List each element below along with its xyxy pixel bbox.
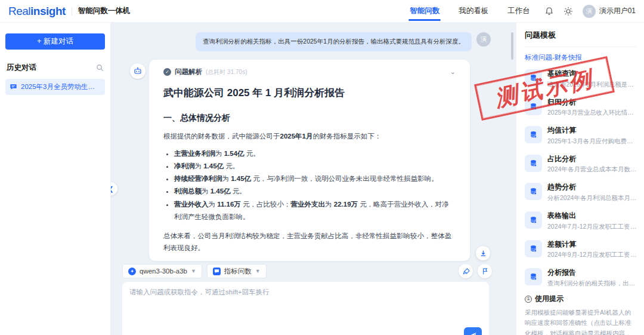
search-icon[interactable]	[96, 64, 104, 72]
mode-icon	[213, 268, 221, 275]
download-report-button[interactable]	[476, 246, 490, 260]
model-selector[interactable]: ✦ qwen3-30b-a3b ▼	[122, 264, 202, 278]
usage-tips-text: 采用模板提问能够显著提升AI机器人的响应速度和回答准确性（点击以上标准化模板，对…	[525, 308, 637, 335]
report-intro: 根据提供的财务数据，武中能源公司于2025年1月的财务指标显示如下：	[163, 131, 456, 143]
report-bullet: 利润总额为 1.45亿 元。	[174, 185, 456, 198]
nav-tab-dashboard[interactable]: 我的看板	[457, 0, 490, 22]
main-scrollbar[interactable]	[511, 32, 513, 60]
sidebar-collapse-button[interactable]: ❮	[111, 182, 117, 195]
database-icon	[525, 240, 542, 257]
clear-conversation-button[interactable]	[459, 264, 473, 278]
report-bullet: 持续经营净利润为 1.45亿 元，与净利润一致，说明公司业务未出现非经常性损益影…	[174, 173, 456, 185]
template-item-desc: 查询利润分析的相关指标，出具一份20...	[547, 279, 637, 288]
database-icon	[525, 183, 542, 200]
template-item-title: 归因分析	[547, 98, 637, 107]
report-bullet: 净利润为 1.45亿 元。	[174, 160, 456, 173]
template-panel-title: 问题模板	[525, 30, 637, 47]
download-icon	[479, 250, 487, 257]
database-icon	[525, 211, 542, 229]
chat-bubble-icon	[10, 83, 17, 91]
logo-divider	[72, 7, 72, 16]
theme-icon[interactable]	[564, 7, 573, 16]
template-item-desc: 2024年9月-12月应发职工工资总额相较...	[547, 251, 637, 259]
mode-selector[interactable]: 指标问数 ▼	[207, 264, 267, 278]
chevron-down-icon: ▼	[191, 268, 196, 274]
template-list: 基础查询 请查询2025年3月利润总额是多少? 归因分析 2025年3月营业总收…	[525, 69, 637, 302]
template-item-desc: 2024年7月-12月应发职工工资总额本年...	[547, 223, 637, 231]
template-item-title: 占比分析	[547, 155, 637, 164]
template-panel: 问题模板 标准问题-财务快报 基础查询 请查询2025年3月利润总额是多少? 归…	[516, 23, 644, 335]
template-item[interactable]: 表格输出 2024年7月-12月应发职工工资总额本年...	[525, 211, 637, 231]
report-summary: 总体来看，公司当月利润结构较为稳定，主营业务贡献占比高，非经常性损益影响较小，整…	[163, 230, 456, 254]
template-item[interactable]: 趋势分析 分析2024年各月利润总额本月数的趋势...	[525, 183, 637, 202]
nav-tab-smart-qa[interactable]: 智能问数	[408, 0, 441, 22]
database-icon	[525, 268, 542, 285]
report-bullet: 主营业务利润为 1.54亿 元。	[174, 147, 456, 160]
model-selector-value: qwen3-30b-a3b	[140, 268, 187, 275]
chevron-down-icon: ▼	[255, 268, 261, 274]
bell-icon[interactable]	[544, 7, 554, 16]
analysis-label: 问题解析	[175, 67, 202, 76]
model-icon: ✦	[128, 268, 136, 275]
template-item[interactable]: 归因分析 2025年3月营业总收入环比情况分析，...	[525, 98, 637, 118]
template-item-desc: 2024年各月营业总成本本月数占比情况。	[547, 165, 637, 174]
nav-tab-workbench[interactable]: 工作台	[506, 0, 531, 22]
user-message-bubble: 查询利润分析的相关指标，出具一份2025年1月的分析报告，输出格式要规范且具有分…	[196, 32, 472, 51]
message-composer	[122, 282, 489, 335]
left-sidebar: + 新建对话 历史对话 2025年3月全员劳动生产率同比...	[0, 23, 111, 335]
template-item[interactable]: 均值计算 2025年1-3月各月应付购电费的月均值...	[525, 126, 637, 146]
logo-text-bold: insight	[30, 5, 66, 18]
analysis-header: ✓ 问题解析 (总耗时 31.70s) ⌄	[163, 67, 456, 76]
report-bullet: 营业外收入为 11.16万 元，占比较小；营业外支出为 22.19万 元，略高于…	[174, 198, 456, 224]
user-message-avatar: 演	[476, 32, 491, 47]
info-icon: ①	[525, 296, 532, 303]
template-item-desc: 请查询2025年3月利润总额是多少?	[547, 81, 637, 89]
template-item-title: 表格输出	[547, 211, 637, 221]
template-item[interactable]: 分析报告 查询利润分析的相关指标，出具一份20...	[525, 268, 637, 288]
template-item-desc: 分析2024年各月利润总额本月数的趋势...	[547, 194, 637, 202]
logo-text-light: Real	[8, 5, 30, 18]
report-section1-title: 一、总体情况分析	[163, 113, 456, 124]
user-message-row: 查询利润分析的相关指标，出具一份2025年1月的分析报告，输出格式要规范且具有分…	[196, 32, 491, 51]
history-item[interactable]: 2025年3月全员劳动生产率同比...	[5, 79, 105, 95]
mode-selector-value: 指标问数	[224, 267, 252, 276]
template-item-title: 均值计算	[547, 126, 637, 136]
new-chat-button[interactable]: + 新建对话	[5, 33, 105, 50]
template-item-title: 趋势分析	[547, 183, 637, 192]
message-input[interactable]	[129, 288, 482, 325]
database-icon	[525, 126, 542, 143]
assistant-avatar	[130, 63, 145, 79]
template-category-link[interactable]: 标准问题-财务快报	[525, 53, 637, 62]
report-bullet-list: 主营业务利润为 1.54亿 元。净利润为 1.45亿 元。持续经营净利润为 1.…	[174, 147, 456, 224]
history-title: 历史对话	[7, 63, 36, 73]
chat-main: ❮ 查询利润分析的相关指标，出具一份2025年1月的分析报告，输出格式要规范且具…	[111, 23, 516, 335]
report-title: 武中能源公司 2025 年 1 月利润分析报告	[163, 86, 456, 100]
template-item-title: 基础查询	[547, 69, 637, 79]
app-header: Realinsight 智能问数一体机 智能问数 我的看板 工作台 演 演示用户…	[0, 0, 644, 23]
database-icon	[525, 98, 542, 115]
robot-icon	[133, 66, 143, 76]
send-icon	[469, 331, 477, 335]
template-item-title: 差额计算	[547, 240, 637, 250]
database-icon	[525, 69, 542, 87]
report-flag-button[interactable]	[478, 264, 492, 278]
user-name[interactable]: 演示用户01	[599, 6, 636, 16]
database-icon	[525, 155, 542, 172]
template-item[interactable]: 占比分析 2024年各月营业总成本本月数占比情况。	[525, 155, 637, 174]
analysis-duration: (总耗时 31.70s)	[206, 68, 247, 76]
template-item[interactable]: 差额计算 2024年9月-12月应发职工工资总额相较...	[525, 240, 637, 260]
template-item-desc: 2025年3月营业总收入环比情况分析，...	[547, 109, 637, 117]
check-icon: ✓	[163, 68, 171, 76]
report-card: ✓ 问题解析 (总耗时 31.70s) ⌄ 武中能源公司 2025 年 1 月利…	[149, 60, 470, 261]
chevron-down-icon[interactable]: ⌄	[450, 68, 456, 76]
template-item-desc: 2025年1-3月各月应付购电费的月均值...	[547, 137, 637, 146]
history-item-label: 2025年3月全员劳动生产率同比...	[21, 82, 101, 91]
product-name: 智能问数一体机	[78, 6, 131, 16]
template-item[interactable]: 基础查询 请查询2025年3月利润总额是多少?	[525, 69, 637, 89]
usage-tips-title: 使用提示	[535, 294, 564, 304]
user-avatar[interactable]: 演	[583, 5, 596, 18]
top-nav: 智能问数 我的看板 工作台	[408, 0, 531, 22]
template-item-title: 分析报告	[547, 268, 637, 278]
flag-icon	[481, 268, 489, 275]
send-button[interactable]	[464, 327, 482, 335]
